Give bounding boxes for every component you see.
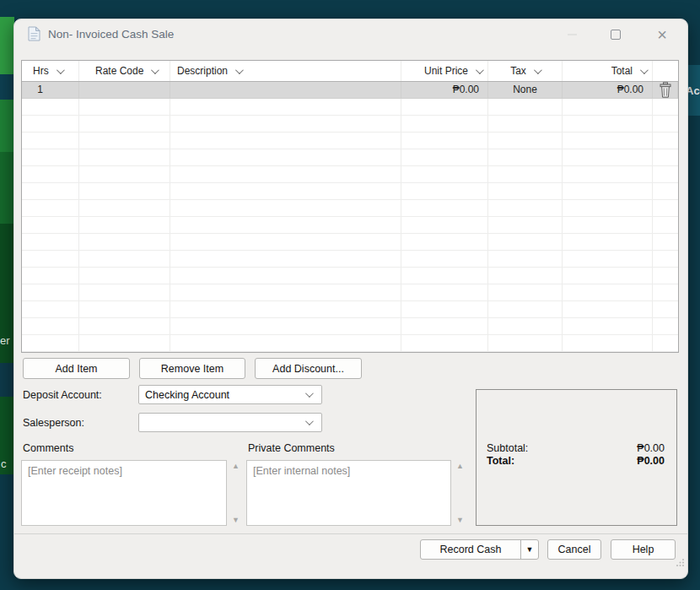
comments-input[interactable] <box>22 461 226 525</box>
cell-description[interactable] <box>170 268 401 284</box>
deposit-account-select[interactable]: Checking Account <box>138 385 322 404</box>
cell-total[interactable] <box>563 301 653 317</box>
cell-description[interactable] <box>170 166 401 182</box>
cell-hrs[interactable] <box>22 166 79 182</box>
cell-rate_code[interactable] <box>79 284 170 300</box>
cell-total[interactable] <box>563 217 653 233</box>
empty-row[interactable] <box>22 149 678 166</box>
cell-rate_code[interactable] <box>79 82 170 98</box>
scroll-down-icon[interactable]: ▼ <box>456 516 464 524</box>
line-item-row[interactable]: 1₱0.00None₱0.00 <box>22 82 678 99</box>
cell-total[interactable] <box>563 200 653 216</box>
record-cash-button[interactable]: Record Cash ▼ <box>420 539 539 560</box>
cell-tax[interactable] <box>488 318 563 334</box>
cell-total[interactable] <box>563 149 653 165</box>
cell-hrs[interactable] <box>22 183 79 199</box>
comments-scrollbar[interactable]: ▲ ▼ <box>232 462 242 524</box>
scroll-up-icon[interactable]: ▲ <box>232 462 240 470</box>
cell-unit_price[interactable] <box>401 183 488 199</box>
cell-unit_price[interactable] <box>401 284 488 300</box>
cell-total[interactable]: ₱0.00 <box>563 82 653 98</box>
empty-row[interactable] <box>22 166 678 183</box>
cell-unit_price[interactable] <box>401 268 488 284</box>
cell-total[interactable] <box>563 183 653 199</box>
cell-hrs[interactable] <box>22 335 79 351</box>
empty-row[interactable] <box>22 268 678 284</box>
cell-description[interactable] <box>170 301 401 317</box>
cell-rate_code[interactable] <box>79 183 170 199</box>
column-header-hrs[interactable]: Hrs <box>22 61 79 81</box>
cell-tax[interactable] <box>488 133 563 149</box>
cell-total[interactable] <box>563 133 653 149</box>
empty-row[interactable] <box>22 116 678 133</box>
cell-rate_code[interactable] <box>79 99 170 115</box>
cell-total[interactable] <box>563 166 653 182</box>
cell-description[interactable] <box>170 318 401 334</box>
cell-tax[interactable] <box>488 116 563 132</box>
cell-description[interactable] <box>170 200 401 216</box>
cell-rate_code[interactable] <box>79 217 170 233</box>
delete-row-icon[interactable] <box>658 82 673 98</box>
record-cash-dropdown-arrow[interactable]: ▼ <box>520 540 538 559</box>
cell-rate_code[interactable] <box>79 234 170 250</box>
cell-total[interactable] <box>563 318 653 334</box>
cell-tax[interactable] <box>488 268 563 284</box>
scroll-down-icon[interactable]: ▼ <box>232 516 240 524</box>
cell-tax[interactable] <box>488 166 563 182</box>
cell-tax[interactable] <box>488 99 563 115</box>
cell-rate_code[interactable] <box>79 268 170 284</box>
cell-total[interactable] <box>563 251 653 267</box>
cell-unit_price[interactable] <box>401 99 488 115</box>
cell-hrs[interactable] <box>22 200 79 216</box>
cell-description[interactable] <box>170 335 401 351</box>
empty-row[interactable] <box>22 99 678 116</box>
cell-hrs[interactable] <box>22 268 79 284</box>
empty-row[interactable] <box>22 200 678 217</box>
cell-hrs[interactable]: 1 <box>22 82 79 98</box>
cancel-button[interactable]: Cancel <box>547 539 601 560</box>
cell-total[interactable] <box>563 116 653 132</box>
cell-rate_code[interactable] <box>79 133 170 149</box>
cell-rate_code[interactable] <box>79 301 170 317</box>
cell-tax[interactable] <box>488 234 563 250</box>
empty-row[interactable] <box>22 284 678 301</box>
cell-rate_code[interactable] <box>79 149 170 165</box>
cell-tax[interactable] <box>488 183 563 199</box>
private-comments-scrollbar[interactable]: ▲ ▼ <box>456 462 466 524</box>
cell-unit_price[interactable] <box>401 116 488 132</box>
cell-total[interactable] <box>563 234 653 250</box>
cell-unit_price[interactable] <box>401 200 488 216</box>
cell-unit_price[interactable] <box>401 335 488 351</box>
empty-row[interactable] <box>22 335 678 352</box>
cell-tax[interactable] <box>488 335 563 351</box>
cell-description[interactable] <box>170 116 401 132</box>
empty-row[interactable] <box>22 183 678 200</box>
cell-description[interactable] <box>170 217 401 233</box>
minimize-button[interactable] <box>561 24 583 45</box>
cell-tax[interactable] <box>488 149 563 165</box>
cell-description[interactable] <box>170 234 401 250</box>
column-header-total[interactable]: Total <box>563 61 653 81</box>
empty-row[interactable] <box>22 133 678 149</box>
cell-hrs[interactable] <box>22 116 79 132</box>
empty-row[interactable] <box>22 217 678 234</box>
add-discount-button[interactable]: Add Discount... <box>255 358 362 379</box>
cell-hrs[interactable] <box>22 133 79 149</box>
cell-hrs[interactable] <box>22 217 79 233</box>
cell-total[interactable] <box>563 99 653 115</box>
column-header-unit_price[interactable]: Unit Price <box>401 61 488 81</box>
record-cash-label[interactable]: Record Cash <box>421 540 520 559</box>
cell-description[interactable] <box>170 99 401 115</box>
empty-row[interactable] <box>22 251 678 268</box>
cell-total[interactable] <box>563 284 653 300</box>
cell-description[interactable] <box>170 133 401 149</box>
cell-hrs[interactable] <box>22 251 79 267</box>
remove-item-button[interactable]: Remove Item <box>139 358 245 379</box>
cell-description[interactable] <box>170 251 401 267</box>
maximize-button[interactable] <box>605 24 627 45</box>
cell-unit_price[interactable] <box>401 234 488 250</box>
cell-unit_price[interactable] <box>401 301 488 317</box>
cell-hrs[interactable] <box>22 99 79 115</box>
cell-hrs[interactable] <box>22 284 79 300</box>
add-item-button[interactable]: Add Item <box>23 358 130 379</box>
